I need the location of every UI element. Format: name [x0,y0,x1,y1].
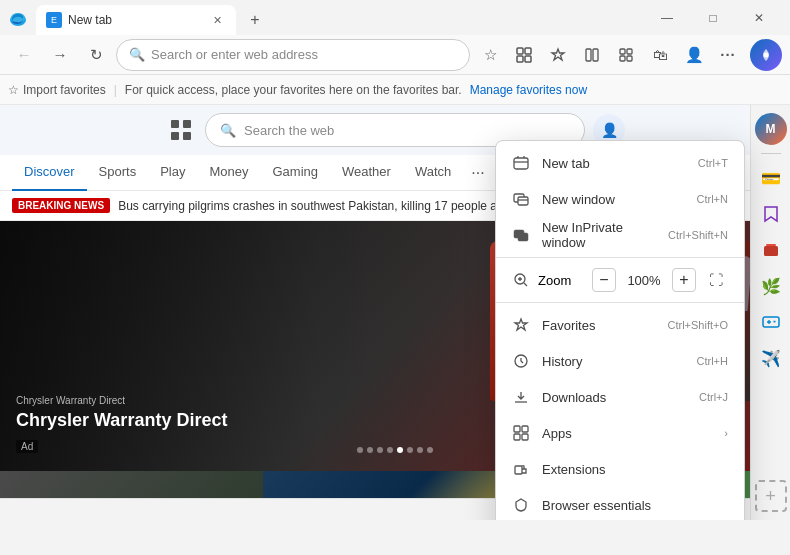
favorites-icon [512,316,530,334]
svg-rect-28 [515,466,522,474]
new-tab-button[interactable]: + [240,5,270,35]
svg-rect-25 [522,426,528,432]
bookmark-button[interactable]: ☆ [474,39,506,71]
menu-item-history[interactable]: History Ctrl+H [496,343,744,379]
downloads-icon [512,388,530,406]
menu-item-new-window[interactable]: New window Ctrl+N [496,181,744,217]
apps-arrow: › [724,427,728,439]
menu-sep-1 [496,257,744,258]
menu-shortcut-new-window: Ctrl+N [697,193,728,205]
menu-item-favorites[interactable]: Favorites Ctrl+Shift+O [496,307,744,343]
zoom-plus-button[interactable]: + [672,268,696,292]
zoom-icon [512,271,530,289]
svg-rect-2 [517,48,523,54]
copilot-button[interactable] [750,39,782,71]
menu-label-extensions: Extensions [542,462,728,477]
maximize-button[interactable]: □ [690,0,736,35]
svg-rect-24 [514,426,520,432]
menu-label-inprivate: New InPrivate window [542,220,656,250]
svg-rect-3 [525,48,531,54]
zoom-expand-button[interactable]: ⛶ [704,268,728,292]
title-bar: E New tab ✕ + — □ ✕ [0,0,790,35]
svg-rect-10 [620,56,625,61]
address-text: Search or enter web address [151,47,318,62]
tab-search-button[interactable] [508,39,540,71]
collections-button[interactable] [610,39,642,71]
fav-separator: | [114,83,117,97]
refresh-button[interactable]: ↻ [80,39,112,71]
menu-item-extensions[interactable]: Extensions [496,451,744,487]
apps-icon [512,424,530,442]
svg-rect-5 [525,56,531,62]
svg-rect-26 [514,434,520,440]
back-button[interactable]: ← [8,39,40,71]
menu-shortcut-inprivate: Ctrl+Shift+N [668,229,728,241]
svg-rect-8 [620,49,625,54]
menu-item-browser-essentials[interactable]: Browser essentials [496,487,744,520]
menu-shortcut-new-tab: Ctrl+T [698,157,728,169]
menu-item-inprivate[interactable]: New InPrivate window Ctrl+Shift+N [496,217,744,253]
svg-rect-9 [627,49,632,54]
menu-item-zoom: Zoom − 100% + ⛶ [496,262,744,298]
menu-item-apps[interactable]: Apps › [496,415,744,451]
context-menu: New tab Ctrl+T New window Ctrl+N New InP… [495,140,745,520]
zoom-minus-button[interactable]: − [592,268,616,292]
extensions-icon [512,460,530,478]
menu-label-new-window: New window [542,192,685,207]
browser-content: 🔍 Search the web 👤 Discover Sports Play … [0,105,790,520]
reading-view-button[interactable] [576,39,608,71]
inprivate-icon [512,226,530,244]
menu-label-apps: Apps [542,426,712,441]
svg-rect-4 [517,56,523,62]
menu-label-new-tab: New tab [542,156,686,171]
menu-item-new-tab[interactable]: New tab Ctrl+T [496,145,744,181]
profile-button[interactable]: 👤 [678,39,710,71]
history-icon [512,352,530,370]
svg-rect-21 [518,233,528,241]
svg-rect-27 [522,434,528,440]
svg-rect-11 [627,56,632,61]
toolbar-actions: ☆ 🛍 👤 ··· [474,39,744,71]
menu-label-zoom: Zoom [538,273,584,288]
menu-shortcut-favorites: Ctrl+Shift+O [667,319,728,331]
address-bar[interactable]: 🔍 Search or enter web address [116,39,470,71]
essentials-icon [512,496,530,514]
toolbar: ← → ↻ 🔍 Search or enter web address ☆ 🛍 … [0,35,790,75]
shopping-button[interactable]: 🛍 [644,39,676,71]
import-icon: ☆ [8,83,19,97]
forward-button[interactable]: → [44,39,76,71]
active-tab[interactable]: E New tab ✕ [36,5,236,35]
search-icon: 🔍 [129,47,145,62]
more-button[interactable]: ··· [712,39,744,71]
menu-label-favorites: Favorites [542,318,655,333]
tab-title: New tab [68,13,202,27]
menu-sep-2 [496,302,744,303]
minimize-button[interactable]: — [644,0,690,35]
svg-rect-7 [593,49,598,61]
tab-bar: E New tab ✕ + [36,0,640,35]
svg-rect-19 [518,197,528,205]
svg-rect-6 [586,49,591,61]
tab-favicon: E [46,12,62,28]
tab-close-button[interactable]: ✕ [208,11,226,29]
import-favorites-button[interactable]: ☆ Import favorites [8,83,106,97]
menu-shortcut-history: Ctrl+H [697,355,728,367]
close-button[interactable]: ✕ [736,0,782,35]
edge-logo [8,8,28,28]
zoom-value: 100% [624,273,664,288]
new-tab-icon [512,154,530,172]
manage-favorites-link[interactable]: Manage favorites now [470,83,587,97]
new-window-icon [512,190,530,208]
svg-point-12 [764,52,769,57]
menu-shortcut-downloads: Ctrl+J [699,391,728,403]
window-controls: — □ ✕ [644,0,782,35]
menu-label-downloads: Downloads [542,390,687,405]
svg-rect-17 [514,158,528,169]
menu-label-essentials: Browser essentials [542,498,728,513]
favorites-message: For quick access, place your favorites h… [125,83,462,97]
favorites-bar: ☆ Import favorites | For quick access, p… [0,75,790,105]
menu-item-downloads[interactable]: Downloads Ctrl+J [496,379,744,415]
favorites-button[interactable] [542,39,574,71]
menu-label-history: History [542,354,685,369]
